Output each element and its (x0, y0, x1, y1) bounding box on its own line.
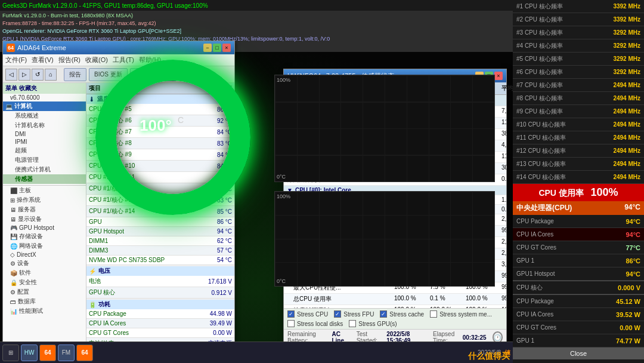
checkbox[interactable] (287, 320, 295, 327)
tree-overclock-label: 超频 (15, 146, 27, 155)
tree-gpu-hotspot[interactable]: 🎮GPU Hotspot (3, 224, 86, 232)
menu-report[interactable]: 报告(R) (58, 56, 80, 64)
taskbar-start[interactable]: ⊞ (2, 344, 19, 361)
table-row: CPU GT Cores0.00 W (86, 328, 234, 338)
hwinfo-close-button[interactable]: × (494, 72, 503, 80)
list-item: #14 CPU 核心频率 2494 MHz (513, 171, 644, 184)
list-item: #7 CPU 核心频率 2494 MHz (513, 79, 644, 92)
aida64-title-text: AIDA64 Extreme (17, 44, 66, 51)
tree-system-summary-label: 系统概述 (15, 112, 39, 120)
graph-grid-2 (275, 192, 494, 286)
tree-dmi[interactable]: DMI (3, 130, 86, 138)
taskbar-furmark[interactable]: FM (58, 344, 75, 361)
table-row: NVMe WD PC SN735 SDBP54 °C (86, 256, 234, 265)
checkbox[interactable] (349, 320, 356, 327)
aida64-close-button[interactable]: × (222, 44, 231, 52)
cpu-core-voltage-row: CPU 核心 0.000 V (513, 281, 644, 294)
tree-aida64[interactable]: v6.70.6000 (3, 94, 86, 101)
tree-computer-label: 计算机 (14, 102, 32, 110)
tree-sensor[interactable]: 传感器 (3, 174, 86, 184)
checkbox[interactable]: ✓ (334, 310, 341, 318)
tree-system-summary[interactable]: 系统概述 (3, 111, 86, 121)
tree-database[interactable]: 🗃数据库 (3, 297, 86, 306)
checkbox[interactable] (430, 310, 437, 318)
toolbar-back[interactable]: ◁ (5, 69, 17, 81)
menu-collect[interactable]: 收藏(O) (85, 56, 108, 64)
tree-computer-name[interactable]: 计算机名称 (3, 121, 86, 130)
tree-computer[interactable]: 💻 计算机 (3, 101, 86, 111)
cpu-freq-list: #1 CPU 核心频率 3392 MHz #2 CPU 核心频率 3392 MH… (513, 0, 644, 184)
toolbar-report-btn[interactable]: 报告 (64, 68, 86, 81)
cpu-gt-label: CPU GT Cores (516, 244, 556, 251)
cpu-ia-w-value: 39.52 W (616, 311, 640, 318)
tree-storage[interactable]: 💾存储设备 (3, 232, 86, 241)
cpu-usage-label: CPU 使用率 (538, 188, 583, 198)
right-panel-close-button[interactable]: Close (513, 347, 644, 359)
list-item: #4 CPU 核心频率 3292 MHz (513, 39, 644, 53)
graph-grid (275, 75, 494, 182)
tree-ipmi[interactable]: IPMI (3, 138, 86, 146)
menu-file[interactable]: 文件(F) (5, 56, 27, 64)
table-row: DIMM357 °C (86, 246, 234, 256)
toolbar-nav-icons: ◁ ▷ ↺ ⌂ (5, 69, 57, 81)
tree-dmi-label: DMI (15, 131, 26, 137)
taskbar-64-2[interactable]: 64 (76, 344, 93, 361)
furmark-temp-unit: C (178, 115, 184, 125)
tree-config[interactable]: ⚙配置 (3, 287, 86, 297)
toolbar-forward[interactable]: ▷ (18, 69, 30, 81)
cpu-temp-label: 中央处理器(CPU) (516, 203, 572, 213)
list-item: #9 CPU 核心频率 2494 MHz (513, 105, 644, 118)
aida64-minimize-button[interactable]: − (203, 44, 212, 52)
tree-os[interactable]: ⊞操作系统 (3, 195, 86, 205)
list-item: #2 CPU 核心频率 3392 MHz (513, 13, 644, 26)
furmark-line1: FurMark v1.29.0.0 - Burn-in test, 1680x9… (2, 12, 510, 20)
aida64-win-controls[interactable]: − □ × (203, 44, 231, 52)
toolbar-refresh[interactable]: ↺ (32, 69, 44, 81)
aida64-tree: 菜单 收藏夹 v6.70.6000 💻 计算机 系统概述 计算机名称 DMI I… (3, 83, 86, 356)
list-item[interactable]: ✓ Stress CPU (285, 310, 330, 318)
list-item[interactable]: ✓ Stress FPU (332, 310, 376, 318)
cpu-temp-section: 中央处理器(CPU) 94°C (513, 201, 644, 215)
furmark-title: Geeks3D FurMark v1.29.0.0 - 41FPS, GPU1 … (2, 2, 208, 9)
list-item: #10 CPU 核心频率 2494 MHz (513, 118, 644, 131)
table-row: GPU Hotspot94 °C (86, 227, 234, 236)
tree-performance[interactable]: 📊性能测试 (3, 306, 86, 316)
tree-software[interactable]: 📦软件 (3, 268, 86, 278)
furmark-line2: Frames:88728 - time:88:32:25 - FPS-H (mi… (2, 20, 510, 27)
tree-display[interactable]: 🖥显示设备 (3, 214, 86, 224)
table-row: GPU86 °C (86, 217, 234, 227)
network-icon: 🌐 (10, 243, 17, 250)
tree-security[interactable]: 🔒安全性 (3, 278, 86, 287)
menu-tools[interactable]: 工具(T) (113, 56, 134, 64)
taskbar-64[interactable]: 64 (39, 344, 56, 361)
checkbox[interactable]: ✓ (287, 310, 295, 318)
tree-power[interactable]: 电源管理 (3, 155, 86, 165)
list-item[interactable]: Stress system me... (428, 310, 494, 318)
list-item[interactable]: ✓ Stress cache (377, 310, 426, 318)
list-item: 总CPU 使用率 100.0 % 0.1 % 100.0 % 99.7 % (284, 294, 506, 305)
devices-icon: ⚙ (10, 260, 16, 267)
section-power: 🔋 功耗 (86, 300, 234, 309)
tree-portable[interactable]: 便携式计算机 (3, 165, 86, 174)
menu-view[interactable]: 查看(V) (32, 56, 54, 64)
gpu1-label: GPU 1 (516, 257, 534, 264)
tree-directx[interactable]: ◇DirectX (3, 251, 86, 259)
aida64-titlebar: 64 AIDA64 Extreme − □ × (3, 41, 234, 54)
gpu1-w-row: GPU 1 74.77 W (513, 334, 644, 347)
tree-computer-name-label: 计算机名称 (15, 121, 45, 130)
tree-portable-label: 便携式计算机 (15, 165, 51, 174)
tree-ipmi-label: IPMI (15, 139, 27, 145)
table-row: DIMM162 °C (86, 236, 234, 246)
list-item[interactable]: Stress local disks (285, 319, 345, 328)
taskbar-hwinfo[interactable]: HW (21, 344, 38, 361)
tree-motherboard[interactable]: ⬛主板 (3, 186, 86, 195)
aida64-maximize-button[interactable]: □ (213, 44, 221, 52)
tree-section-label: 菜单 收藏夹 (3, 83, 86, 94)
list-item[interactable]: Stress GPU(s) (346, 319, 399, 328)
toolbar-home[interactable]: ⌂ (45, 69, 57, 81)
tree-server[interactable]: 🖥服务器 (3, 205, 86, 214)
tree-devices[interactable]: ⚙设备 (3, 259, 86, 268)
checkbox[interactable]: ✓ (380, 310, 387, 318)
tree-network[interactable]: 🌐网络设备 (3, 241, 86, 251)
tree-overclock[interactable]: 超频 (3, 146, 86, 155)
